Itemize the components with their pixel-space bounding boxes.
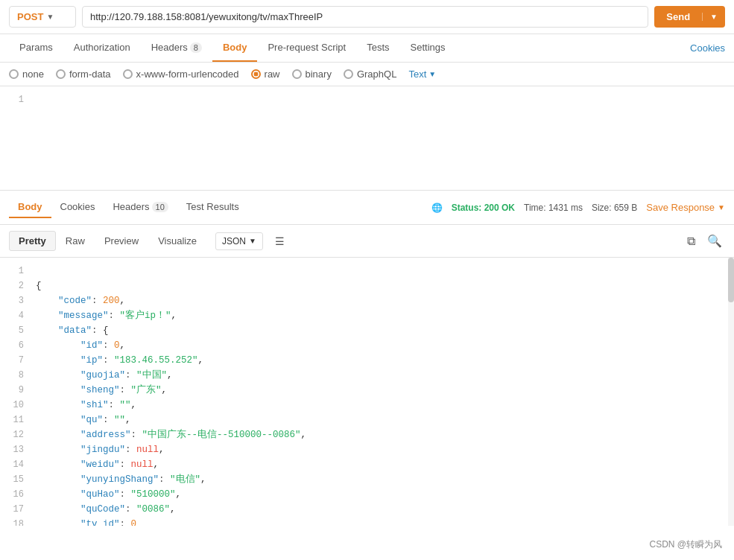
tab-tests[interactable]: Tests <box>356 34 399 62</box>
search-button[interactable]: 🔍 <box>704 231 725 251</box>
format-chevron-icon: ▼ <box>249 237 256 245</box>
response-view-options: Pretty Raw Preview Visualize JSON ▼ ☰ ⧉ … <box>0 225 734 258</box>
url-bar: POST ▼ Send ▼ <box>0 0 734 34</box>
radio-urlencoded <box>123 69 133 79</box>
response-view-actions: ⧉ 🔍 <box>684 231 725 251</box>
text-format-dropdown[interactable]: Text ▼ <box>408 69 436 80</box>
option-raw[interactable]: raw <box>251 69 280 80</box>
tab-authorization[interactable]: Authorization <box>63 34 141 62</box>
view-tab-preview[interactable]: Preview <box>95 231 148 251</box>
copy-button[interactable]: ⧉ <box>684 232 698 251</box>
json-line-numbers: 1 2 3 4 5 6 7 8 9 10 11 12 13 14 15 16 1… <box>0 258 30 526</box>
editor-content-area[interactable] <box>30 92 734 184</box>
editor-line-numbers: 1 <box>0 92 30 184</box>
method-label: POST <box>17 11 43 22</box>
resp-tab-body[interactable]: Body <box>9 197 51 218</box>
response-status-info: 🌐 Status: 200 OK Time: 1431 ms Size: 659… <box>431 202 725 213</box>
send-label: Send <box>654 11 702 22</box>
globe-icon: 🌐 <box>431 203 443 213</box>
size-info: Size: 659 B <box>592 203 637 213</box>
option-none[interactable]: none <box>9 69 44 80</box>
option-graphql[interactable]: GraphQL <box>344 69 396 80</box>
option-binary[interactable]: binary <box>292 69 332 80</box>
json-content: { "code": 200, "message": "客户ip！", "data… <box>30 258 734 526</box>
save-response-button[interactable]: Save Response ▼ <box>646 202 725 213</box>
radio-graphql <box>344 69 353 79</box>
text-chevron-icon: ▼ <box>428 70 436 78</box>
filter-icon-button[interactable]: ☰ <box>269 232 291 250</box>
tab-headers[interactable]: Headers8 <box>141 34 212 62</box>
request-tabs: Params Authorization Headers8 Body Pre-r… <box>0 34 734 63</box>
option-form-data[interactable]: form-data <box>56 69 111 80</box>
format-select[interactable]: JSON ▼ <box>215 232 263 250</box>
search-icon: 🔍 <box>707 235 722 247</box>
method-select[interactable]: POST ▼ <box>9 6 76 28</box>
copy-icon: ⧉ <box>687 235 695 247</box>
option-urlencoded[interactable]: x-www-form-urlencoded <box>123 69 239 80</box>
resp-tab-cookies[interactable]: Cookies <box>51 197 104 218</box>
radio-binary <box>292 69 302 79</box>
scrollbar-thumb[interactable] <box>728 258 734 302</box>
resp-tab-test-results[interactable]: Test Results <box>177 197 248 218</box>
radio-none <box>9 69 19 79</box>
cookies-link[interactable]: Cookies <box>690 42 725 54</box>
time-info: Time: 1431 ms <box>524 203 583 213</box>
text-format-group: Text ▼ <box>408 69 436 80</box>
send-chevron-icon: ▼ <box>702 13 725 21</box>
response-body: 1 2 3 4 5 6 7 8 9 10 11 12 13 14 15 16 1… <box>0 258 734 526</box>
response-header: Body Cookies Headers10 Test Results 🌐 St… <box>0 191 734 225</box>
save-response-chevron-icon: ▼ <box>718 203 725 211</box>
send-button[interactable]: Send ▼ <box>654 6 725 28</box>
view-tab-visualize[interactable]: Visualize <box>148 231 206 251</box>
text-label: Text <box>408 69 426 80</box>
body-options: none form-data x-www-form-urlencoded raw… <box>0 63 734 86</box>
status-badge: Status: 200 OK <box>452 203 515 213</box>
filter-icon: ☰ <box>275 235 285 247</box>
scrollbar[interactable] <box>728 258 734 526</box>
tab-settings[interactable]: Settings <box>400 34 456 62</box>
tab-params[interactable]: Params <box>9 34 63 62</box>
radio-raw <box>251 69 261 79</box>
response-section: Body Cookies Headers10 Test Results 🌐 St… <box>0 191 734 526</box>
request-body-editor: 1 <box>0 86 734 191</box>
radio-form-data <box>56 69 66 79</box>
tab-prerequest[interactable]: Pre-request Script <box>257 34 356 62</box>
view-tab-pretty[interactable]: Pretty <box>9 231 56 251</box>
resp-tab-headers[interactable]: Headers10 <box>104 197 177 218</box>
method-chevron-icon: ▼ <box>46 13 54 21</box>
json-viewer: 1 2 3 4 5 6 7 8 9 10 11 12 13 14 15 16 1… <box>0 258 734 526</box>
url-input[interactable] <box>82 6 648 28</box>
tab-body[interactable]: Body <box>212 34 258 62</box>
view-tab-raw[interactable]: Raw <box>56 231 95 251</box>
